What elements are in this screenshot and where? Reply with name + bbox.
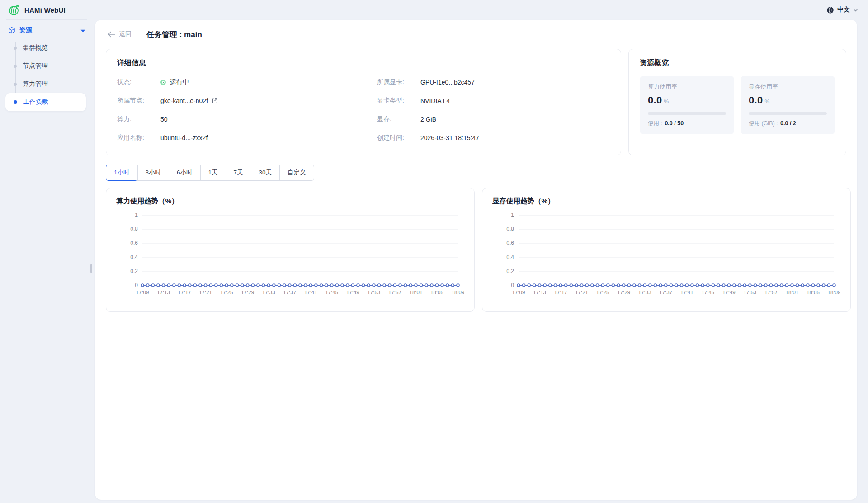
svg-text:0.8: 0.8 — [506, 226, 514, 232]
time-tab-2[interactable]: 3小时 — [137, 165, 169, 180]
chart-canvas: 10.80.60.40.2017:0917:1317:1717:2117:251… — [116, 208, 464, 302]
time-tab-3[interactable]: 6小时 — [169, 165, 200, 180]
back-button[interactable]: 返回 — [108, 30, 132, 38]
metric-progress-bar — [749, 112, 827, 115]
status-running-icon — [162, 81, 165, 84]
svg-text:17:57: 17:57 — [388, 290, 401, 295]
field-label: 显卡类型: — [377, 97, 420, 105]
cube-icon — [8, 27, 15, 34]
svg-text:18:05: 18:05 — [430, 290, 443, 295]
field-value-text: GPU-f1e0...b2c457 — [420, 79, 475, 86]
svg-text:0: 0 — [511, 282, 514, 288]
arrow-left-icon — [108, 31, 115, 38]
svg-text:17:25: 17:25 — [596, 290, 609, 295]
svg-text:0: 0 — [135, 282, 138, 288]
field-value-text: 运行中 — [170, 78, 189, 86]
chart-title: 显存使用趋势（%） — [492, 197, 840, 206]
sidebar-resize-handle[interactable] — [90, 264, 92, 273]
compute-trend-chart-card: 算力使用趋势（%）10.80.60.40.2017:0917:1317:1717… — [106, 188, 475, 312]
field-value: ubuntu-d...-zxx2f — [160, 134, 208, 141]
svg-text:17:45: 17:45 — [701, 290, 714, 295]
metric-usage-value: 0.0 / 2 — [780, 120, 796, 127]
svg-text:17:09: 17:09 — [512, 290, 525, 295]
field-value-text: 2026-03-31 18:15:47 — [420, 134, 479, 141]
sidebar-group-label: 资源 — [19, 26, 32, 34]
svg-text:17:49: 17:49 — [346, 290, 359, 295]
sidebar-item-3[interactable]: 算力管理 — [5, 75, 86, 93]
svg-text:17:21: 17:21 — [199, 290, 212, 295]
metric-progress-bar — [648, 112, 726, 115]
page-title: 任务管理 : main — [146, 29, 202, 40]
menu-bullet-icon — [14, 47, 17, 50]
detail-info-card: 详细信息 状态:运行中所属显卡:GPU-f1e0...b2c457所属节点:gk… — [106, 49, 621, 155]
svg-text:18:01: 18:01 — [410, 290, 423, 295]
sidebar-item-4[interactable]: 工作负载 — [5, 93, 86, 111]
detail-grid: 状态:运行中所属显卡:GPU-f1e0...b2c457所属节点:gke-kan… — [117, 78, 610, 142]
sidebar-item-label: 工作负载 — [23, 98, 48, 106]
field-value-text: NVIDIA L4 — [420, 97, 450, 104]
field-value: gke-kant...e-n02f — [160, 97, 218, 104]
field-value: 2026-03-31 18:15:47 — [420, 134, 479, 141]
svg-text:1: 1 — [135, 212, 138, 218]
svg-text:0.4: 0.4 — [130, 254, 138, 260]
detail-field: 算力:50 — [117, 115, 350, 124]
svg-text:17:53: 17:53 — [743, 290, 756, 295]
metric-unit: % — [764, 99, 769, 105]
overview-metric-card-1: 算力使用率0.0%使用 : 0.0 / 50 — [640, 76, 734, 134]
language-label: 中文 — [837, 6, 850, 14]
time-tab-1[interactable]: 1小时 — [106, 165, 137, 180]
svg-text:18:05: 18:05 — [807, 290, 820, 295]
svg-text:0.8: 0.8 — [130, 226, 138, 232]
detail-field: 所属节点:gke-kant...e-n02f — [117, 96, 350, 105]
chevron-down-icon — [853, 9, 858, 12]
detail-field: 应用名称:ubuntu-d...-zxx2f — [117, 133, 350, 142]
caret-down-icon[interactable] — [80, 26, 85, 34]
sidebar-item-label: 集群概览 — [23, 44, 48, 52]
top-bar: HAMi WebUI 中文 — [0, 0, 868, 20]
svg-text:0.4: 0.4 — [506, 254, 514, 260]
svg-text:17:13: 17:13 — [533, 290, 546, 295]
field-label: 显存: — [377, 115, 420, 123]
field-value-text: ubuntu-d...-zxx2f — [160, 134, 208, 141]
sidebar-menu: 集群概览节点管理算力管理工作负载 — [0, 39, 93, 111]
metric-value-row: 0.0% — [749, 94, 827, 106]
field-value: 运行中 — [160, 78, 189, 86]
time-tab-4[interactable]: 1天 — [200, 165, 226, 180]
metric-label: 显存使用率 — [749, 83, 827, 91]
svg-text:17:17: 17:17 — [554, 290, 567, 295]
detail-field: 创建时间:2026-03-31 18:15:47 — [377, 133, 610, 142]
field-label: 算力: — [117, 115, 160, 123]
field-value: GPU-f1e0...b2c457 — [420, 79, 475, 86]
external-link-icon[interactable] — [212, 98, 218, 104]
field-value: NVIDIA L4 — [420, 97, 450, 104]
main-panel: 返回 任务管理 : main 详细信息 状态:运行中所属显卡:GPU-f1e0.… — [95, 20, 857, 500]
svg-text:0.2: 0.2 — [506, 268, 514, 274]
sidebar-group-resources[interactable]: 资源 — [8, 26, 85, 34]
sidebar-item-label: 算力管理 — [23, 80, 48, 88]
menu-bullet-icon — [14, 83, 17, 86]
node-link[interactable]: gke-kant...e-n02f — [160, 97, 208, 104]
time-tab-7[interactable]: 自定义 — [279, 165, 314, 180]
overview-grid: 算力使用率0.0%使用 : 0.0 / 50显存使用率0.0%使用 (GiB) … — [640, 76, 835, 134]
svg-text:0.6: 0.6 — [506, 240, 514, 246]
time-tab-6[interactable]: 30天 — [251, 165, 280, 180]
time-tab-5[interactable]: 7天 — [226, 165, 251, 180]
detail-card-title: 详细信息 — [117, 58, 610, 68]
detail-field: 状态:运行中 — [117, 78, 350, 87]
svg-text:18:01: 18:01 — [786, 290, 799, 295]
detail-field: 显卡类型:NVIDIA L4 — [377, 96, 610, 105]
svg-text:17:37: 17:37 — [659, 290, 672, 295]
svg-text:17:57: 17:57 — [764, 290, 778, 295]
field-label: 状态: — [117, 78, 160, 86]
sidebar-item-1[interactable]: 集群概览 — [5, 39, 86, 57]
svg-text:18:09: 18:09 — [452, 290, 464, 295]
metric-usage: 使用 (GiB) : 0.0 / 2 — [749, 120, 827, 127]
field-value: 2 GiB — [420, 116, 436, 123]
sidebar-item-2[interactable]: 节点管理 — [5, 57, 86, 75]
field-label: 应用名称: — [117, 134, 160, 142]
language-selector[interactable]: 中文 — [826, 0, 858, 20]
menu-bullet-icon — [14, 100, 17, 104]
field-value: 50 — [160, 116, 168, 123]
back-label: 返回 — [119, 30, 132, 38]
svg-text:0.6: 0.6 — [130, 240, 138, 246]
